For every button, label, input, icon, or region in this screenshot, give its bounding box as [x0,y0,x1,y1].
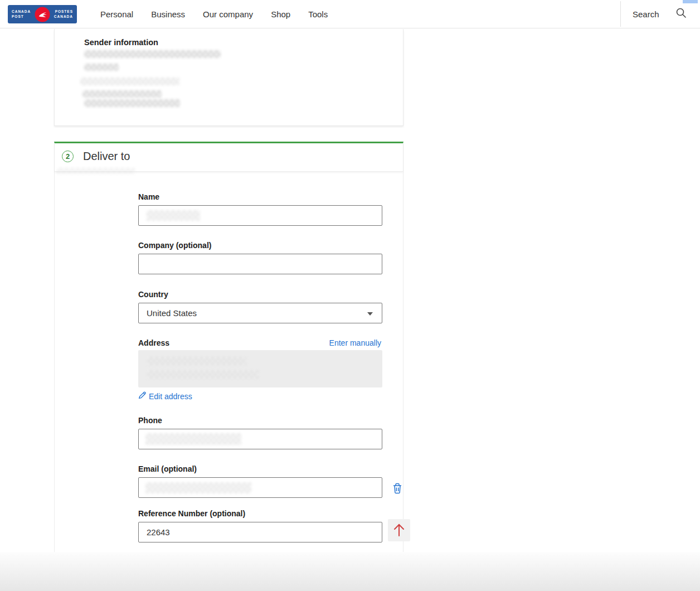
country-selected-value: United States [147,308,197,318]
redacted-email-value [145,482,251,493]
redacted-address-line [147,370,259,379]
address-display-box [138,350,382,387]
nav-item-business[interactable]: Business [151,9,185,19]
country-select[interactable]: United States [138,303,382,323]
edit-address-link[interactable]: Edit address [138,391,192,401]
company-label: Company (optional) [138,241,211,250]
redacted-address-line [147,357,246,366]
logo-postes-text: POSTES [55,10,73,14]
reference-number-label: Reference Number (optional) [138,509,245,518]
reference-number-input[interactable] [138,522,382,542]
name-label: Name [138,192,159,201]
logo-post-text: POST [12,15,31,19]
canada-post-page: CANADA POST POSTES CANADA Personal Busin… [0,0,700,591]
nav-item-our-company[interactable]: Our company [203,9,253,19]
redacted-sender-line [82,90,162,98]
page-footer-area [0,552,700,591]
trash-icon[interactable] [392,482,403,495]
search-icon[interactable] [675,7,687,21]
address-label: Address [138,338,169,347]
chevron-down-icon [367,312,373,316]
sender-information-title: Sender information [84,38,158,47]
top-navigation-bar: CANADA POST POSTES CANADA Personal Busin… [0,0,700,28]
redacted-sender-line [84,99,180,107]
redacted-sender-line [80,77,179,85]
phone-label: Phone [138,416,162,425]
redacted-sender-line [84,50,221,58]
logo-wing-icon [35,7,50,22]
step-2-badge: 2 [62,151,74,162]
country-label: Country [138,290,168,299]
redacted-phone-value [145,433,241,445]
sender-information-card: Sender information [54,29,404,126]
redacted-fragment [57,168,135,174]
redacted-name-value [147,210,200,221]
company-input[interactable] [138,254,382,274]
scroll-to-top-button[interactable] [388,519,410,541]
header-divider [620,1,621,27]
nav-item-tools[interactable]: Tools [308,9,328,19]
top-right-highlight-fragment [683,0,698,3]
search-control[interactable]: Search [633,0,687,28]
pencil-icon [138,391,146,401]
deliver-to-title: Deliver to [83,150,130,163]
up-arrow-icon [392,522,406,539]
name-input[interactable] [138,205,382,226]
redacted-sender-line [84,64,119,71]
email-input[interactable] [138,477,382,498]
email-label: Email (optional) [138,464,197,473]
deliver-to-card: 2 Deliver to Name Company (optional) Cou… [54,142,404,552]
edit-address-label: Edit address [149,392,192,401]
logo-text-right: POSTES CANADA [54,10,73,18]
logo-text-left: CANADA POST [12,10,31,18]
main-nav: Personal Business Our company Shop Tools [100,0,328,28]
logo-canada-text: CANADA [12,10,31,14]
phone-input[interactable] [138,429,382,449]
canada-post-logo[interactable]: CANADA POST POSTES CANADA [8,5,77,23]
enter-manually-link[interactable]: Enter manually [329,338,381,347]
logo-canada-fr-text: CANADA [54,15,73,19]
nav-item-shop[interactable]: Shop [271,9,290,19]
nav-item-personal[interactable]: Personal [100,9,133,19]
search-label: Search [633,9,659,19]
